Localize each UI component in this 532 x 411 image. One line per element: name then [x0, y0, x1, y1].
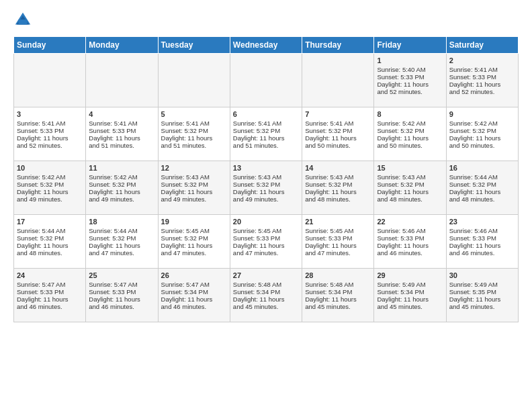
day-info: Sunrise: 5:45 AM	[233, 227, 299, 234]
day-info: Sunset: 5:33 PM	[449, 73, 515, 81]
day-info: Sunrise: 5:43 AM	[377, 173, 443, 181]
logo-icon	[13, 11, 32, 30]
day-info: Sunrise: 5:42 AM	[89, 173, 154, 181]
day-info: and 51 minutes.	[161, 142, 227, 149]
day-info: Sunset: 5:34 PM	[305, 288, 371, 295]
day-info: and 47 minutes.	[161, 249, 227, 257]
day-info: and 45 minutes.	[449, 303, 515, 310]
day-info: Daylight: 11 hours	[89, 295, 154, 303]
day-info: Sunset: 5:32 PM	[161, 181, 227, 188]
weekday-header-friday: Friday	[374, 37, 446, 54]
calendar-cell: 22Sunrise: 5:46 AMSunset: 5:33 PMDayligh…	[374, 215, 446, 269]
day-info: Sunrise: 5:47 AM	[89, 281, 154, 288]
day-info: Sunset: 5:33 PM	[17, 127, 83, 134]
day-info: Sunrise: 5:42 AM	[449, 120, 515, 127]
day-info: Sunset: 5:35 PM	[449, 288, 515, 295]
day-number: 20	[233, 218, 299, 226]
day-info: Daylight: 11 hours	[449, 188, 515, 195]
calendar-cell	[230, 54, 302, 107]
day-info: Sunrise: 5:44 AM	[17, 227, 83, 234]
day-info: Sunrise: 5:46 AM	[449, 227, 515, 234]
day-info: and 48 minutes.	[17, 249, 83, 257]
day-info: Sunrise: 5:42 AM	[17, 173, 83, 181]
day-number: 28	[305, 271, 371, 279]
calendar-cell: 8Sunrise: 5:42 AMSunset: 5:32 PMDaylight…	[374, 107, 446, 161]
day-info: Sunset: 5:32 PM	[449, 127, 515, 134]
day-info: Sunrise: 5:43 AM	[161, 173, 227, 181]
day-number: 25	[89, 271, 154, 279]
day-info: Sunset: 5:33 PM	[377, 234, 443, 242]
day-info: Daylight: 11 hours	[17, 188, 83, 195]
day-info: and 52 minutes.	[17, 142, 83, 149]
day-info: Sunrise: 5:41 AM	[17, 120, 83, 127]
day-info: and 45 minutes.	[233, 303, 299, 310]
day-number: 30	[449, 271, 515, 279]
day-number: 3	[17, 110, 83, 118]
day-info: Sunset: 5:32 PM	[377, 127, 443, 134]
day-info: Sunset: 5:34 PM	[161, 288, 227, 295]
day-info: Sunset: 5:33 PM	[89, 288, 154, 295]
day-info: Sunrise: 5:44 AM	[449, 173, 515, 181]
day-info: Sunset: 5:33 PM	[17, 288, 83, 295]
calendar-cell: 12Sunrise: 5:43 AMSunset: 5:32 PMDayligh…	[158, 161, 230, 215]
day-info: and 48 minutes.	[377, 195, 443, 203]
day-info: Sunset: 5:32 PM	[89, 181, 154, 188]
day-info: and 51 minutes.	[233, 142, 299, 149]
day-info: Daylight: 11 hours	[161, 295, 227, 303]
day-info: Sunrise: 5:47 AM	[17, 281, 83, 288]
svg-rect-2	[18, 19, 27, 24]
day-info: Sunset: 5:33 PM	[305, 234, 371, 242]
day-info: Daylight: 11 hours	[449, 134, 515, 142]
weekday-header-sunday: Sunday	[14, 37, 86, 54]
day-info: Sunrise: 5:45 AM	[305, 227, 371, 234]
day-info: Sunrise: 5:41 AM	[305, 120, 371, 127]
day-info: and 46 minutes.	[161, 303, 227, 310]
day-info: and 46 minutes.	[17, 303, 83, 310]
day-number: 6	[233, 110, 299, 118]
day-info: and 50 minutes.	[449, 142, 515, 149]
day-info: and 52 minutes.	[377, 88, 443, 95]
day-info: Sunset: 5:33 PM	[233, 234, 299, 242]
day-info: Daylight: 11 hours	[161, 242, 227, 249]
calendar-cell	[86, 54, 158, 107]
day-info: Sunset: 5:32 PM	[305, 127, 371, 134]
day-number: 19	[161, 218, 227, 226]
week-row-5: 24Sunrise: 5:47 AMSunset: 5:33 PMDayligh…	[14, 269, 519, 322]
day-info: Sunrise: 5:45 AM	[161, 227, 227, 234]
calendar-cell: 11Sunrise: 5:42 AMSunset: 5:32 PMDayligh…	[86, 161, 158, 215]
day-number: 27	[233, 271, 299, 279]
day-info: and 48 minutes.	[305, 195, 371, 203]
weekday-header-saturday: Saturday	[446, 37, 518, 54]
day-info: and 45 minutes.	[305, 303, 371, 310]
calendar-cell: 2Sunrise: 5:41 AMSunset: 5:33 PMDaylight…	[446, 54, 518, 107]
day-info: Sunset: 5:32 PM	[161, 127, 227, 134]
day-number: 2	[449, 56, 515, 64]
day-info: Sunrise: 5:43 AM	[233, 173, 299, 181]
day-number: 13	[233, 164, 299, 172]
day-info: Daylight: 11 hours	[17, 295, 83, 303]
day-info: Daylight: 11 hours	[305, 295, 371, 303]
day-info: Daylight: 11 hours	[233, 242, 299, 249]
day-info: Daylight: 11 hours	[17, 242, 83, 249]
day-number: 14	[305, 164, 371, 172]
day-info: Sunset: 5:32 PM	[17, 181, 83, 188]
calendar-cell: 18Sunrise: 5:44 AMSunset: 5:32 PMDayligh…	[86, 215, 158, 269]
day-info: and 47 minutes.	[233, 249, 299, 257]
day-info: Sunrise: 5:48 AM	[233, 281, 299, 288]
week-row-3: 10Sunrise: 5:42 AMSunset: 5:32 PMDayligh…	[14, 161, 519, 215]
day-info: Sunset: 5:32 PM	[305, 181, 371, 188]
day-info: Sunset: 5:32 PM	[161, 234, 227, 242]
calendar-cell: 1Sunrise: 5:40 AMSunset: 5:33 PMDaylight…	[374, 54, 446, 107]
calendar-cell	[158, 54, 230, 107]
week-row-2: 3Sunrise: 5:41 AMSunset: 5:33 PMDaylight…	[14, 107, 519, 161]
weekday-header-row: SundayMondayTuesdayWednesdayThursdayFrid…	[14, 37, 519, 54]
header	[13, 11, 519, 30]
day-info: and 48 minutes.	[449, 195, 515, 203]
day-info: Sunrise: 5:40 AM	[377, 66, 443, 73]
day-info: Sunrise: 5:49 AM	[449, 281, 515, 288]
day-info: Daylight: 11 hours	[233, 188, 299, 195]
day-info: Sunset: 5:32 PM	[233, 181, 299, 188]
calendar-cell: 4Sunrise: 5:41 AMSunset: 5:33 PMDaylight…	[86, 107, 158, 161]
day-info: Daylight: 11 hours	[233, 295, 299, 303]
day-info: Sunset: 5:33 PM	[449, 234, 515, 242]
